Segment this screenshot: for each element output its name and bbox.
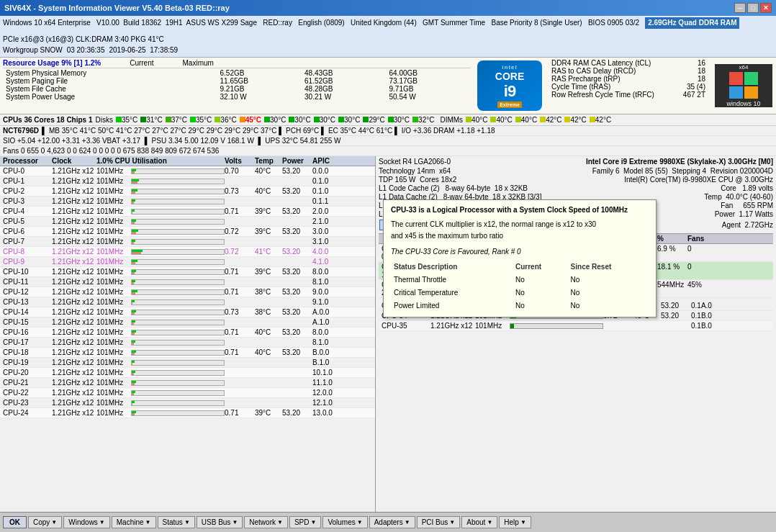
label-physical-memory: System Physical Memory: [3, 69, 217, 77]
windows-button[interactable]: Windows ▼: [63, 516, 110, 528]
cpu-temp: 39°C: [255, 207, 282, 215]
pci-bus-button[interactable]: PCI Bus ▼: [417, 516, 461, 528]
label-file-cache: System File Cache: [3, 85, 217, 93]
tooltip-table: Status Description Current Since Reset T…: [391, 261, 649, 312]
cpu-row[interactable]: CPU-8 1.21GHz x12 101MHz 0.72 41°C 53.20…: [0, 247, 375, 257]
col-power: Power: [282, 157, 312, 165]
status-button[interactable]: Status ▼: [158, 516, 195, 528]
row-refresh-label: Row Refresh Cycle Time (tRFC): [551, 91, 654, 99]
sensor-sio-data: SIO +5.04 +12.00 +3.31 +3.36 VBAT +3.17 …: [3, 137, 341, 145]
cpu-bar-container: [131, 189, 225, 194]
spd-button[interactable]: SPD ▼: [289, 516, 321, 528]
network-button[interactable]: Network ▼: [244, 516, 288, 528]
ram-spec-row: DDR4 RAM CAS Latency (tCL) 16: [551, 59, 705, 67]
cpu-bar-container: [131, 320, 225, 325]
intel-logo: intel CORE i9 Extreme: [477, 60, 542, 111]
ram-spec-row: Row Refresh Cycle Time (tRFC) 467 2T: [551, 91, 705, 99]
cpu-apic: 11.1.0: [312, 379, 347, 387]
about-button[interactable]: About ▼: [461, 516, 497, 528]
cpu-volts: 0.71: [225, 268, 255, 276]
cpu-table-body: CPU-0 1.21GHz x12 101MHz 0.70 40°C 53.20…: [0, 166, 375, 512]
cpu-row[interactable]: CPU-23 1.21GHz x12 101MHz 12.1.0: [0, 398, 375, 408]
cpu-temp: 38°C: [255, 288, 282, 296]
cpu-row[interactable]: CPU-1 1.21GHz x12 101MHz 0.1.0: [0, 176, 375, 186]
cpu-row[interactable]: CPU-10 1.21GHz x12 101MHz 0.71 39°C 53.2…: [0, 267, 375, 277]
copy-button[interactable]: Copy ▼: [28, 516, 62, 528]
value-power-max2: 50.54 W: [387, 93, 472, 101]
machine-button[interactable]: Machine ▼: [112, 516, 156, 528]
cpu-temp: 40°C: [255, 167, 282, 175]
cpu-id: CPU-6: [3, 227, 52, 235]
value-physical-max1: 48.43GB: [302, 69, 386, 77]
cpu-clock2: 101MHz: [96, 379, 131, 387]
cpu-id: CPU-1: [3, 177, 52, 185]
col-temp: Temp: [255, 157, 282, 165]
help-button[interactable]: Help ▼: [499, 516, 531, 528]
usb-bus-button[interactable]: USB Bus ▼: [197, 516, 243, 528]
cpu-row[interactable]: CPU-18 1.21GHz x12 101MHz 0.71 40°C 53.2…: [0, 348, 375, 358]
cpu-apic: 13.0.0: [312, 409, 347, 417]
cpu-row[interactable]: CPU-9 1.21GHz x12 101MHz 4.1.0: [0, 257, 375, 267]
cpu-row[interactable]: CPU-12 1.21GHz x12 101MHz 0.71 38°C 53.2…: [0, 287, 375, 297]
minimize-button[interactable]: ─: [734, 3, 746, 13]
dimm-42-1: 42°C: [540, 116, 561, 124]
cpu-row[interactable]: CPU-22 1.21GHz x12 101MHz 12.0.0: [0, 388, 375, 398]
cpu-bar-container: [131, 239, 225, 245]
cpu-row[interactable]: CPU-4 1.21GHz x12 101MHz 0.71 39°C 53.20…: [0, 207, 375, 217]
cpu-clock2: 101MHz: [96, 409, 131, 417]
cpu-clock1: 1.21GHz x12: [52, 348, 96, 356]
cpu-clock1: 1.21GHz x12: [52, 389, 96, 397]
cpu-row[interactable]: CPU-13 1.21GHz x12 101MHz 9.1.0: [0, 297, 375, 307]
cpu-row[interactable]: CPU-3 1.21GHz x12 101MHz 0.1.1: [0, 197, 375, 207]
close-button[interactable]: ✕: [760, 3, 772, 13]
cpu-row[interactable]: CPU-20 1.21GHz x12 101MHz 10.1.0: [0, 368, 375, 378]
cpu-clock1: 1.21GHz x12: [52, 227, 96, 235]
row-refresh-value: 467 2T: [683, 91, 705, 99]
table-row: System Power Usage 32.10 W 30.21 W 50.54…: [3, 93, 471, 101]
cpu-clock2: 101MHz: [96, 258, 131, 266]
cpu-id: CPU-7: [3, 238, 52, 245]
cpu-row[interactable]: CPU-5 1.21GHz x12 101MHz 2.1.0: [0, 217, 375, 227]
cpu-clock2: 101MHz: [96, 288, 131, 296]
gpu2-pct: 544MHz: [657, 281, 687, 297]
maximize-button[interactable]: □: [747, 3, 759, 13]
socket-label: Socket R4 LGA2066-0: [379, 158, 451, 166]
value-cache-max1: 48.28GB: [302, 85, 386, 93]
cpu-row[interactable]: CPU-16 1.21GHz x12 101MHz 0.71 40°C 53.2…: [0, 328, 375, 338]
cycle-label: Cycle Time (tRAS): [551, 83, 610, 91]
cpu-bar-container: [131, 209, 225, 215]
cpu-row[interactable]: CPU-2 1.21GHz x12 101MHz 0.73 40°C 53.20…: [0, 186, 375, 197]
cpu-row[interactable]: CPU-11 1.21GHz x12 101MHz 8.1.0: [0, 277, 375, 287]
cpu-apic: 4.0.0: [312, 248, 347, 256]
cpu-row[interactable]: CPU-17 1.21GHz x12 101MHz 8.1.0: [0, 338, 375, 348]
cpu-row[interactable]: CPU-0 1.21GHz x12 101MHz 0.70 40°C 53.20…: [0, 166, 375, 176]
col-apic: APIC: [312, 157, 347, 165]
cpu-volts: 0.73: [225, 308, 255, 316]
cpu-id: CPU-9: [3, 258, 52, 266]
datetime: 2019-06-25 17:38:59: [109, 45, 178, 55]
cpu-id: CPU-22: [3, 389, 52, 397]
cpu-row[interactable]: CPU-24 1.21GHz x12 101MHz 0.71 39°C 53.2…: [0, 408, 375, 418]
tooltip-line3: and x45 is the maximum turbo ratio: [391, 230, 649, 242]
value-cache-max2: 9.71GB: [387, 85, 472, 93]
cpu-row[interactable]: CPU-14 1.21GHz x12 101MHz 0.73 38°C 53.2…: [0, 307, 375, 317]
cpu-row[interactable]: CPU-15 1.21GHz x12 101MHz A.1.0: [0, 317, 375, 328]
cpu-row[interactable]: CPU-21 1.21GHz x12 101MHz 11.1.0: [0, 378, 375, 388]
ok-button[interactable]: OK: [3, 516, 27, 528]
cpu-row[interactable]: CPU-6 1.21GHz x12 101MHz 0.72 39°C 53.20…: [0, 227, 375, 237]
adapters-button[interactable]: Adapters ▼: [369, 516, 415, 528]
col-clock: Clock: [52, 157, 96, 165]
dimm-42-2: 42°C: [564, 116, 586, 124]
tdp-label: TDP 165 W Cores 18x2: [379, 176, 456, 184]
sensor-row-1: NCT6796D ▌ MB 35°C 41°C 50°C 41°C 27°C 2…: [0, 126, 776, 136]
cpu-clock2: 101MHz: [96, 227, 131, 235]
ram-spec-row: Cycle Time (tRAS) 35 (4): [551, 83, 705, 91]
cpu-clock2: 101MHz: [96, 238, 131, 245]
cpu-clock2: 101MHz: [96, 298, 131, 306]
volumes-button[interactable]: Volumes ▼: [322, 516, 367, 528]
label-paging: System Paging File: [3, 77, 217, 85]
cpu-row[interactable]: CPU-7 1.21GHz x12 101MHz 3.1.0: [0, 237, 375, 247]
cpu-row[interactable]: CPU-19 1.21GHz x12 101MHz B.1.0: [0, 358, 375, 368]
app-window: SIV64X - System Information Viewer V5.40…: [0, 0, 776, 532]
cpu-id: CPU-0: [3, 167, 52, 175]
